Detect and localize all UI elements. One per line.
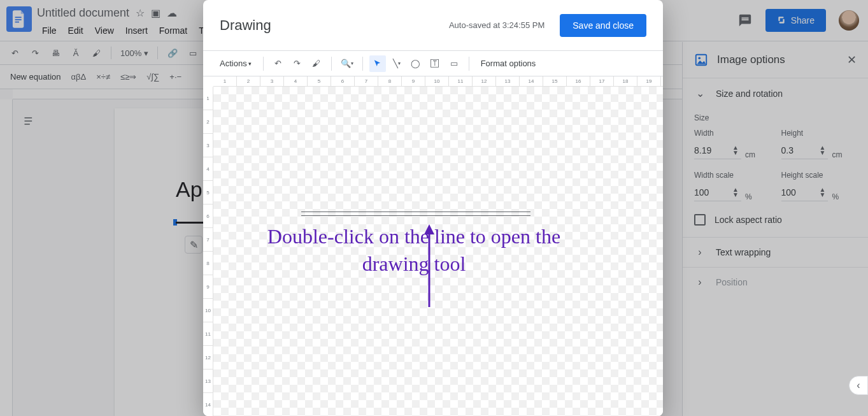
select-tool-icon[interactable] xyxy=(369,55,386,72)
side-panel-toggle-icon[interactable]: ‹ xyxy=(849,376,868,395)
paint-format-icon[interactable]: 🖌 xyxy=(308,55,325,72)
drawing-modal: Drawing Auto-saved at 3:24:55 PM Save an… xyxy=(203,0,663,416)
redo-icon[interactable]: ↷ xyxy=(289,55,306,72)
save-and-close-button[interactable]: Save and close xyxy=(560,14,646,37)
line-tool-icon[interactable]: ╲▾ xyxy=(388,55,405,72)
drawing-vertical-ruler[interactable]: 1234567891011121314 xyxy=(203,87,213,416)
autosave-status: Auto-saved at 3:24:55 PM xyxy=(449,20,544,30)
textbox-tool-icon[interactable]: 🅃 xyxy=(427,55,443,72)
undo-icon[interactable]: ↶ xyxy=(270,55,287,72)
image-tool-icon[interactable]: ▭ xyxy=(446,55,462,72)
shape-tool-icon[interactable]: ◯ xyxy=(408,55,424,72)
format-options-button[interactable]: Format options xyxy=(476,55,541,72)
actions-dropdown[interactable]: Actions▾ xyxy=(215,55,257,72)
drawing-canvas[interactable] xyxy=(213,87,663,416)
drawing-toolbar: Actions▾ ↶ ↷ 🖌 🔍▾ ╲▾ ◯ 🅃 ▭ Format option… xyxy=(203,51,663,76)
drawing-horizontal-ruler[interactable]: 12345678910111213141516171819 xyxy=(213,76,663,87)
drawing-canvas-area: 12345678910111213141516171819 1234567891… xyxy=(203,76,663,416)
modal-title: Drawing xyxy=(220,17,271,34)
zoom-dropdown-icon[interactable]: 🔍▾ xyxy=(338,55,356,72)
double-line-shape[interactable] xyxy=(301,212,530,217)
